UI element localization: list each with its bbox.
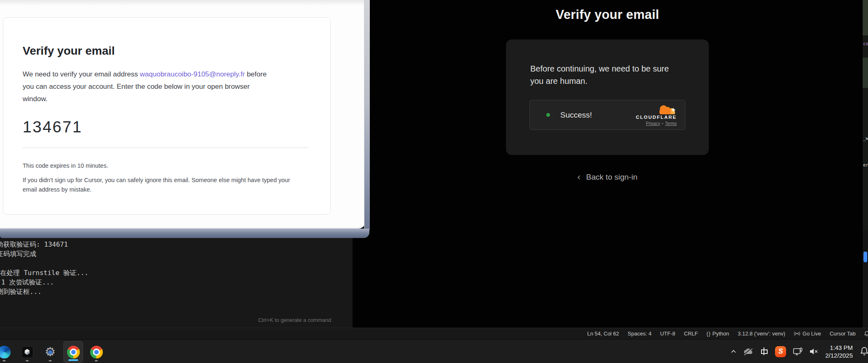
terminal-line: 测到验证框... [0,287,353,296]
email-disclaimer: If you didn't sign up for Cursor, you ca… [23,176,309,194]
background-editor-sliver: co _w er [862,0,868,328]
network-display-icon[interactable] [792,347,803,356]
chrome-button-active[interactable] [63,341,83,363]
back-to-signin-link[interactable]: ‹ Back to sign-in [578,173,638,182]
edge-icon [0,346,11,358]
terminal-line: 功获取验证码: 134671 [0,240,353,249]
editor-panel-band [863,230,868,328]
settings-button[interactable]: ⚙ [40,341,60,363]
prompt-line-1: Before continuing, we need to be sure [530,62,709,75]
language-label: Python [713,331,729,337]
running-indicator [3,360,6,361]
code-fragment: _w [863,136,868,141]
running-indicator [95,360,98,361]
verification-page: Verify your email Before continuing, we … [353,0,862,328]
email-page-background: Verify your email We need to verify your… [0,0,366,229]
code-fragment: co [863,41,868,46]
terminal-line [0,259,353,268]
status-bar: Ln 54, Col 62 Spaces: 4 UTF-8 CRLF { } P… [0,328,868,339]
sogou-letter: S [775,346,786,357]
chrome-icon [90,346,103,358]
tray-chevron-up-icon[interactable] [731,349,736,354]
active-window-indicator [68,359,78,361]
link-separator: • [662,121,664,126]
email-card: Verify your email We need to verify your… [3,17,331,215]
chrome-button-secondary[interactable] [86,341,106,363]
email-body-line-1: We need to verify your email address waq… [23,68,309,81]
broadcast-icon [794,331,800,337]
go-live-label: Go Live [803,331,821,337]
disclaimer-line-2: email address by mistake. [23,185,309,194]
encoding-indicator[interactable]: UTF-8 [660,331,675,337]
email-client-window: Verify your email We need to verify your… [0,0,369,238]
cloudflare-branding: CLOUDFLARE Privacy•Terms [636,104,677,126]
terminal-line: 在处理 Turnstile 验证... [0,268,353,277]
cursor-position-indicator[interactable]: Ln 54, Col 62 [587,331,619,337]
email-body-line-2: you can access your account. Enter the c… [23,81,309,93]
email-address-link[interactable]: waquobraucoibo-9105@noreply.fr [140,70,245,78]
running-indicator [49,360,52,361]
go-live-button[interactable]: Go Live [794,331,821,337]
email-body-line-3: window. [23,93,309,105]
desktop: Verify your email Before continuing, we … [0,0,868,363]
editor-selection-band [863,58,868,88]
notifications-bell-icon[interactable] [863,331,868,338]
terminal-line: 证码填写完成 [0,249,353,259]
indentation-indicator[interactable]: Spaces: 4 [628,331,652,337]
clock-time: 1:43 PM [830,344,853,351]
email-heading: Verify your email [23,44,330,58]
verification-code: 134671 [23,118,330,136]
terminal-panel[interactable]: 功获取验证码: 134671 证码填写完成 在处理 Turnstile 验证..… [0,238,353,328]
ime-chinese-icon[interactable] [760,347,769,356]
scrollbar-thumb[interactable] [863,252,867,262]
terminal-ctrlk-hint: Ctrl+K to generate a command [258,315,331,325]
body-text: before [245,70,267,78]
cloudflare-wordmark: CLOUDFLARE [636,115,677,120]
speaker-muted-icon[interactable] [809,348,819,355]
running-indicator [26,360,29,361]
edge-browser-button[interactable] [0,341,14,363]
onedrive-cloud-slash-icon[interactable] [743,347,754,356]
code-expiry-note: This code expires in 10 minutes. [23,162,309,170]
cursor-tab-indicator[interactable]: Cursor Tab [830,331,856,337]
human-check-card: Before continuing, we need to be sure yo… [506,39,709,155]
human-check-prompt: Before continuing, we need to be sure yo… [530,62,709,87]
unity-app-button[interactable] [17,341,37,363]
braces-icon: { } [706,331,710,337]
system-tray: S 1:43 PM 2/12/2025 [731,340,868,363]
taskbar-app-icons: ⚙ [0,340,106,363]
language-mode-indicator[interactable]: { } Python [706,331,729,337]
window-bottom-frame [0,229,369,238]
python-interpreter-indicator[interactable]: 3.12.8 ('venv': venv) [738,331,785,337]
notification-center-bell-icon[interactable]: z [859,346,868,357]
disclaimer-line-1: If you didn't sign up for Cursor, you ca… [23,176,309,185]
success-dot-icon [546,113,550,117]
privacy-link[interactable]: Privacy [646,121,660,126]
divider [23,148,309,148]
body-text: We need to verify your email address [23,70,140,78]
prompt-line-2: you are human. [530,75,709,87]
taskbar: ⚙ [0,339,868,363]
sogou-input-icon[interactable]: S [775,346,786,357]
terms-link[interactable]: Terms [665,121,677,126]
window-scrollbar-edge[interactable] [364,0,370,229]
code-fragment: er [863,162,868,168]
chevron-left-icon: ‹ [578,173,580,182]
turnstile-widget[interactable]: Success! CLOUDFLARE Privacy•Terms [529,100,685,130]
cube-app-icon [21,346,33,358]
terminal-line: 1 次尝试验证... [1,277,353,287]
editor-selection-band [863,0,868,35]
gear-icon: ⚙ [45,346,56,358]
back-to-signin-label: Back to sign-in [586,173,638,182]
page-title: Verify your email [556,7,659,23]
email-body-text: We need to verify your email address waq… [23,68,309,105]
clock-date: 2/12/2025 [825,351,853,359]
taskbar-clock[interactable]: 1:43 PM 2/12/2025 [825,344,853,359]
eol-indicator[interactable]: CRLF [684,331,698,337]
turnstile-status: Success! [560,111,592,120]
turnstile-legal-links: Privacy•Terms [646,121,677,126]
chrome-icon [67,346,80,358]
